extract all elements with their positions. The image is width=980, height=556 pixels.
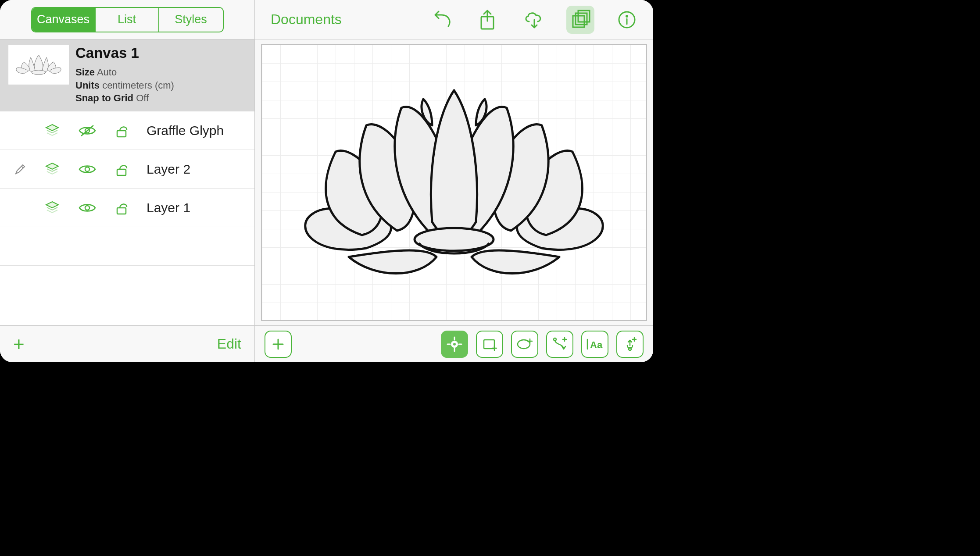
layer-name: Layer 2 (147, 162, 190, 177)
sidebar-segmented-control: Canvases List Styles (31, 7, 224, 32)
svg-rect-7 (117, 208, 126, 214)
empty-row (0, 266, 254, 304)
main-panel: Documents (255, 0, 653, 362)
svg-point-6 (85, 206, 89, 210)
documents-button[interactable]: Documents (271, 11, 342, 28)
svg-point-18 (453, 343, 456, 346)
line-tool[interactable] (546, 331, 573, 358)
svg-rect-23 (484, 340, 494, 349)
app-root: Canvases List Styles (0, 0, 653, 362)
freehand-tool[interactable] (616, 331, 644, 358)
share-icon[interactable] (473, 6, 501, 34)
canvas-title: Canvas 1 (75, 45, 174, 61)
layer-name: Layer 1 (147, 200, 190, 215)
tab-list[interactable]: List (96, 8, 159, 32)
select-tool[interactable] (441, 331, 468, 358)
svg-rect-10 (576, 13, 587, 25)
svg-rect-3 (117, 131, 126, 137)
sidebar-tabs-bar: Canvases List Styles (0, 0, 254, 39)
svg-point-14 (415, 228, 494, 251)
visibility-toggle[interactable] (76, 199, 98, 217)
sync-icon[interactable] (520, 6, 548, 34)
layer-stack-icon[interactable] (41, 160, 63, 178)
layer-row[interactable]: Layer 2 (0, 150, 254, 189)
bottom-toolbar: Aa (255, 325, 653, 362)
lock-toggle[interactable] (111, 160, 133, 178)
canvas-area (255, 39, 653, 325)
layer-row[interactable]: Graffle Glyph (0, 111, 254, 150)
lock-toggle[interactable] (111, 122, 133, 139)
sidebar-bottom-bar: + Edit (0, 325, 254, 362)
lock-toggle[interactable] (111, 199, 133, 217)
top-toolbar: Documents (255, 0, 653, 39)
svg-point-13 (626, 15, 628, 17)
editing-indicator (12, 163, 28, 175)
sidebar: Canvases List Styles (0, 0, 255, 362)
svg-rect-5 (117, 169, 126, 175)
svg-point-29 (554, 338, 556, 341)
lotus-drawing (287, 73, 621, 292)
tab-styles[interactable]: Styles (159, 8, 223, 32)
canvas-header[interactable]: Canvas 1 Size Auto Units centimeters (cm… (0, 39, 254, 111)
size-value: Auto (97, 67, 117, 78)
layer-stack-icon[interactable] (41, 122, 63, 139)
layer-name: Graffle Glyph (147, 123, 224, 138)
layer-row[interactable]: Layer 1 (0, 189, 254, 227)
text-tool[interactable]: Aa (581, 331, 608, 358)
svg-point-0 (32, 70, 46, 75)
rectangle-tool[interactable] (476, 331, 503, 358)
units-value: centimeters (cm) (102, 80, 174, 91)
canvas-thumbnail (8, 45, 69, 85)
add-layer-button[interactable]: + (13, 335, 25, 354)
visibility-toggle[interactable] (76, 122, 98, 139)
add-shape-tool[interactable] (265, 331, 292, 358)
canvas-meta: Canvas 1 Size Auto Units centimeters (cm… (75, 45, 174, 105)
svg-point-4 (85, 167, 89, 171)
snap-value: Off (136, 93, 149, 103)
layer-stack-icon[interactable] (41, 199, 63, 217)
empty-row (0, 227, 254, 266)
ellipse-tool[interactable] (511, 331, 538, 358)
canvases-icon[interactable] (566, 6, 594, 34)
pencil-icon (14, 163, 26, 175)
svg-point-34 (629, 348, 631, 350)
units-label: Units (75, 80, 100, 91)
info-icon[interactable] (613, 6, 641, 34)
size-label: Size (75, 67, 95, 78)
layer-list: Graffle Glyph Layer 2 (0, 111, 254, 325)
edit-button[interactable]: Edit (217, 336, 241, 352)
snap-label: Snap to Grid (75, 93, 133, 103)
tab-canvases[interactable]: Canvases (32, 8, 96, 32)
undo-icon[interactable] (427, 6, 455, 34)
visibility-toggle[interactable] (76, 160, 98, 178)
svg-text:Aa: Aa (590, 339, 603, 350)
canvas-viewport[interactable] (261, 44, 647, 321)
